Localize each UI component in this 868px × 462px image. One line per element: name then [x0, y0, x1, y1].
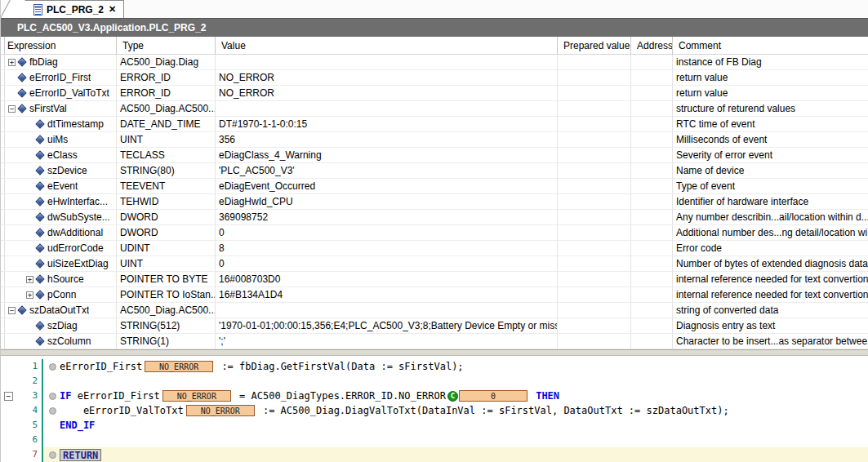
- table-row[interactable]: uiSizeExtDiagUINT0Number of bytes of ext…: [1, 256, 868, 272]
- value-cell[interactable]: 0: [216, 225, 558, 241]
- prepared-value-cell[interactable]: [558, 101, 631, 117]
- statement-bullet-icon: [49, 393, 56, 400]
- header-expression[interactable]: Expression: [1, 37, 117, 55]
- code-text: eErrorID_First: [71, 389, 159, 403]
- line-number: 7: [16, 447, 42, 462]
- value-cell[interactable]: 16#B134A1D4: [216, 287, 558, 303]
- prepared-value-cell[interactable]: [558, 70, 631, 86]
- comment-cell: internal reference needed for text conve…: [673, 272, 868, 287]
- code-line-body[interactable]: END_IF: [42, 418, 868, 433]
- table-row[interactable]: dwAdditionalDWORD0Additional number des.…: [1, 225, 868, 241]
- prepared-value-cell[interactable]: [558, 86, 631, 101]
- table-row[interactable]: dtTimestampDATE_AND_TIMEDT#1970-1-1-0:0:…: [1, 117, 868, 132]
- expand-icon[interactable]: +: [26, 276, 33, 283]
- expression-text: szColumn: [47, 335, 91, 347]
- table-row[interactable]: +pConnPOINTER TO IoStan...16#B134A1D4int…: [1, 287, 868, 303]
- code-line-body[interactable]: eErrorID_FirstNO_ERROR := fbDiag.GetFirs…: [42, 359, 868, 374]
- table-row[interactable]: eErrorID_FirstERROR_IDNO_ERRORreturn val…: [1, 70, 868, 86]
- prepared-value-cell[interactable]: [558, 287, 631, 303]
- code-line-body[interactable]: IF eErrorID_FirstNO_ERROR = AC500_DiagTy…: [42, 389, 868, 403]
- code-line-body[interactable]: [42, 433, 868, 447]
- value-cell[interactable]: NO_ERROR: [216, 70, 558, 86]
- code-line-body[interactable]: eErrorID_ValToTxtNO_ERROR := AC500_Diag.…: [42, 403, 868, 418]
- value-cell[interactable]: [216, 303, 558, 318]
- prepared-value-cell[interactable]: [558, 225, 631, 241]
- prepared-value-cell[interactable]: [558, 272, 631, 287]
- variable-icon: [35, 150, 44, 159]
- table-row[interactable]: dwSubSyste...DWORD369098752Any number de…: [1, 210, 868, 225]
- prepared-value-cell[interactable]: [558, 163, 631, 179]
- address-cell: [631, 101, 673, 117]
- expand-icon[interactable]: +: [26, 291, 33, 299]
- keyword: THEN: [536, 390, 559, 402]
- value-cell[interactable]: 'PLC_AC500_V3': [216, 163, 558, 179]
- header-value[interactable]: Value: [216, 37, 558, 55]
- code-line-body[interactable]: [42, 374, 868, 389]
- expression-cell: uiSizeExtDiag: [1, 256, 117, 272]
- prepared-value-cell[interactable]: [558, 210, 631, 225]
- table-row[interactable]: eErrorID_ValToTxtERROR_IDNO_ERRORreturn …: [1, 86, 868, 101]
- value-cell[interactable]: eDiagClass_4_Warning: [216, 148, 558, 163]
- header-type[interactable]: Type: [117, 37, 216, 55]
- value-cell[interactable]: 369098752: [216, 210, 558, 225]
- prepared-value-cell[interactable]: [558, 303, 631, 318]
- value-cell[interactable]: eDiagEvent_Occurred: [216, 179, 558, 194]
- prepared-value-cell[interactable]: [558, 117, 631, 132]
- value-cell[interactable]: ';': [216, 334, 558, 349]
- table-row[interactable]: eEventTEEVENTeDiagEvent_OccurredType of …: [1, 179, 868, 194]
- table-row[interactable]: +hSourcePOINTER TO BYTE16#008703D0intern…: [1, 272, 868, 287]
- value-cell[interactable]: NO_ERROR: [216, 86, 558, 101]
- collapse-icon[interactable]: −: [8, 105, 16, 113]
- prepared-value-cell[interactable]: [558, 194, 631, 210]
- inline-monitor-value: NO_ERROR: [145, 361, 213, 372]
- address-cell: [631, 303, 673, 318]
- instance-path-bar: PLC_AC500_V3.Application.PLC_PRG_2: [1, 18, 868, 37]
- table-row[interactable]: −sFirstValAC500_Diag.AC500...structure o…: [1, 101, 868, 117]
- table-row[interactable]: eHwInterfac...TEHWIDeDiagHwId_CPUIdentif…: [1, 194, 868, 210]
- prepared-value-cell[interactable]: [558, 148, 631, 163]
- table-row[interactable]: +fbDiagAC500_Diag.Diaginstance of FB Dia…: [1, 55, 868, 70]
- value-cell[interactable]: [216, 55, 558, 70]
- value-cell[interactable]: [216, 101, 558, 117]
- collapse-icon[interactable]: −: [8, 307, 16, 314]
- header-address[interactable]: Address: [631, 37, 673, 55]
- header-comment[interactable]: Comment: [673, 37, 868, 55]
- table-body: +fbDiagAC500_Diag.Diaginstance of FB Dia…: [1, 55, 868, 349]
- table-row[interactable]: −szDataOutTxtAC500_Diag.AC500...string o…: [1, 303, 868, 318]
- prepared-value-cell[interactable]: [558, 334, 631, 349]
- type-cell: AC500_Diag.AC500...: [117, 303, 216, 318]
- prepared-value-cell[interactable]: [558, 179, 631, 194]
- collapse-toggle-icon[interactable]: −: [4, 392, 13, 401]
- value-cell[interactable]: DT#1970-1-1-0:0:15: [216, 117, 558, 132]
- expand-icon[interactable]: +: [8, 59, 16, 66]
- table-row[interactable]: szColumnSTRING(1)';'Character to be inse…: [1, 334, 868, 349]
- prepared-value-cell[interactable]: [558, 55, 631, 70]
- tab-close-icon[interactable]: ✕: [108, 4, 117, 15]
- table-row[interactable]: szDiagSTRING(512)'1970-01-01;00:00:15,35…: [1, 318, 868, 334]
- value-cell[interactable]: 8: [216, 241, 558, 256]
- header-prepared-value[interactable]: Prepared value: [558, 37, 631, 55]
- value-cell[interactable]: 356: [216, 132, 558, 148]
- prepared-value-cell[interactable]: [558, 318, 631, 334]
- prepared-value-cell[interactable]: [558, 256, 631, 272]
- type-cell: POINTER TO IoStan...: [117, 287, 216, 303]
- pane-splitter[interactable]: [1, 349, 868, 356]
- address-cell: [631, 225, 673, 241]
- table-row[interactable]: udErrorCodeUDINT8Error code: [1, 241, 868, 256]
- expression-text: udErrorCode: [47, 242, 104, 254]
- value-cell[interactable]: eDiagHwId_CPU: [216, 194, 558, 210]
- comment-cell: Character to be insert...as separator be…: [673, 334, 868, 349]
- table-row[interactable]: eClassTECLASSeDiagClass_4_WarningSeverit…: [1, 148, 868, 163]
- value-cell[interactable]: '1970-01-01;00:00:15,356;E4;PLC_AC500_V3…: [216, 318, 558, 334]
- table-row[interactable]: szDeviceSTRING(80)'PLC_AC500_V3'Name of …: [1, 163, 868, 179]
- expression-cell: udErrorCode: [1, 241, 117, 256]
- value-cell[interactable]: 16#008703D0: [216, 272, 558, 287]
- tab-plc-prg-2[interactable]: PLC_PRG_2 ✕: [12, 0, 124, 18]
- address-cell: [631, 256, 673, 272]
- table-row[interactable]: uiMsUINT356Milliseconds of event: [1, 132, 868, 148]
- code-line-body[interactable]: RETURN: [42, 447, 868, 462]
- prepared-value-cell[interactable]: [558, 241, 631, 256]
- expression-cell: eEvent: [1, 179, 117, 194]
- prepared-value-cell[interactable]: [558, 132, 631, 148]
- value-cell[interactable]: 0: [216, 256, 558, 272]
